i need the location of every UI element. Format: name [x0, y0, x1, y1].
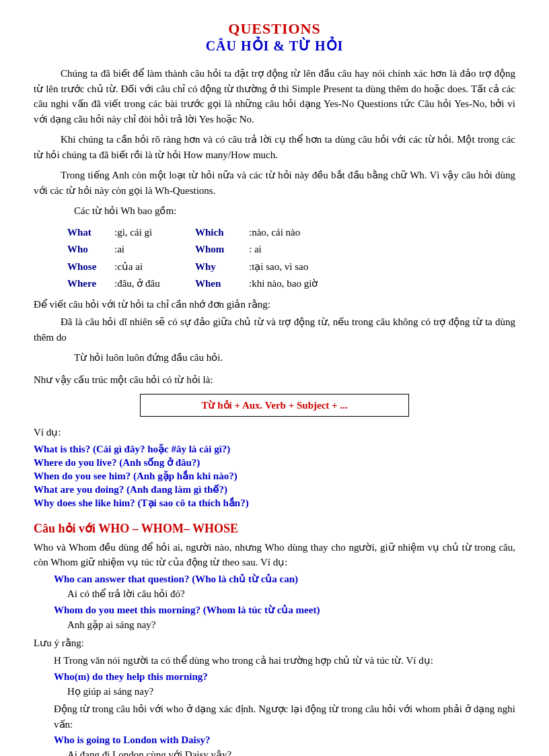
- section2: Câu hỏi với WHO – WHOM– WHOSE Who và Who…: [34, 521, 515, 757]
- s2-ex4-a: Ai đang đi London cùng với Daisy vậy?: [67, 747, 515, 756]
- section2-intro: Who và Whom đều dùng để hỏi ai, người nà…: [34, 540, 515, 570]
- what-label: What: [67, 224, 114, 242]
- title-vietnamese: CÂU HỎI & TỪ HỎI: [34, 38, 515, 54]
- wh-row-2: Who :ai Whom : ai: [67, 241, 515, 259]
- wh-words-table: What :gì, cái gì Which :nào, cái nào Who…: [67, 224, 515, 293]
- intro-section: Chúng ta đã biết để làm thành câu hỏi ta…: [34, 66, 515, 756]
- which-label: Which: [195, 224, 249, 242]
- examples-intro: Ví dụ:: [34, 425, 515, 440]
- what-meaning: :gì, cái gì: [114, 224, 195, 242]
- example-1: What is this? (Cái gì đây? hoặc #ây là c…: [34, 443, 515, 455]
- s2-ex2-a: Anh gặp ai sáng nay?: [67, 617, 515, 633]
- wh-row-1: What :gì, cái gì Which :nào, cái nào: [67, 224, 515, 242]
- intro-p3: Trong tiếng Anh còn một loạt từ hỏi nữa …: [34, 168, 515, 198]
- whose-label: Whose: [67, 259, 114, 276]
- whom-meaning: : ai: [249, 241, 262, 259]
- example-2: Where do you live? (Anh sống ở đâu?): [34, 456, 515, 469]
- intro-p1: Chúng ta đã biết để làm thành câu hỏi ta…: [34, 66, 515, 127]
- examples-list: What is this? (Cái gì đây? hoặc #ây là c…: [34, 443, 515, 509]
- which-meaning: :nào, cái nào: [249, 224, 300, 242]
- s2-ex1-q: Who can answer that question? (Who là ch…: [54, 573, 515, 585]
- why-meaning: :tại sao, vì sao: [249, 259, 308, 276]
- example-5: Why does she like him? (Tại sao cô ta th…: [34, 497, 515, 509]
- whose-meaning: :của ai: [114, 259, 195, 276]
- title-english: QUESTIONS: [34, 20, 515, 38]
- when-meaning: :khi nào, bao giờ: [249, 275, 318, 293]
- s2-ex3-a: Họ giúp ai sáng nay?: [67, 684, 515, 699]
- why-label: Why: [195, 259, 249, 276]
- page-header: QUESTIONS CÂU HỎI & TỪ HỎI: [34, 20, 515, 54]
- wh-row-4: Where :đâu, ở đâu When :khi nào, bao giờ: [67, 275, 515, 293]
- s2-ex4-q: Who is going to London with Daisy?: [54, 734, 515, 746]
- note2: Động từ trong câu hỏi với who ở dạng xác…: [54, 701, 515, 732]
- who-label: Who: [67, 241, 114, 259]
- intro-p2: Khi chúng ta cần hỏi rõ ràng hơn và có c…: [34, 132, 515, 162]
- note-intro: Lưu ý rằng:: [34, 635, 515, 651]
- example-4: What are you doing? (Anh đang làm gì thế…: [34, 483, 515, 495]
- wh-intro: Các từ hỏi Wh bao gồm:: [34, 203, 515, 219]
- wh-row-3: Whose :của ai Why :tại sao, vì sao: [67, 259, 515, 276]
- example-3: When do you see him? (Anh gặp hắn khi nà…: [34, 470, 515, 482]
- section2-heading: Câu hỏi với WHO – WHOM– WHOSE: [34, 521, 515, 536]
- where-label: Where: [67, 275, 114, 293]
- formula-text: Từ hỏi + Aux. Verb + Subject + ...: [201, 400, 347, 411]
- structure-intro: Như vậy cấu trúc một câu hỏi có từ hỏi l…: [34, 372, 515, 388]
- rule-2: Từ hỏi luôn luôn đứng đầu câu hỏi.: [34, 350, 515, 366]
- when-label: When: [195, 275, 249, 293]
- note1: H Trong văn nói người ta có thể dùng who…: [54, 653, 515, 668]
- s2-ex2-q: Whom do you meet this morning? (Whom là …: [54, 604, 515, 616]
- rules-intro: Để viết câu hỏi với từ hỏi ta chỉ cần nh…: [34, 297, 515, 312]
- whom-label: Whom: [195, 241, 249, 259]
- who-meaning: :ai: [114, 241, 195, 259]
- formula-box: Từ hỏi + Aux. Verb + Subject + ...: [140, 394, 409, 417]
- rule-1: Đã là câu hỏi dĩ nhiên sẽ có sự đảo giữa…: [34, 314, 515, 345]
- s2-ex1-a: Ai có thể trả lời câu hỏi đó?: [67, 586, 515, 602]
- where-meaning: :đâu, ở đâu: [114, 275, 195, 293]
- s2-ex3-q: Who(m) do they help this morning?: [54, 671, 515, 683]
